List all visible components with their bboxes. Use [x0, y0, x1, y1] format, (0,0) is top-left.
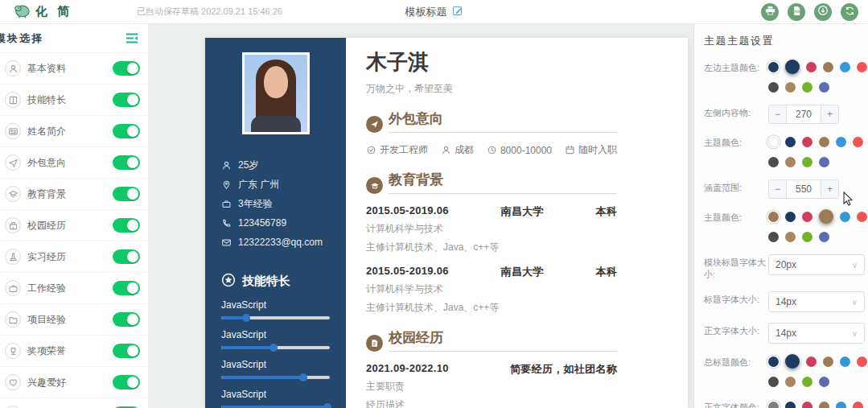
module-item[interactable]: 外包意向: [0, 147, 148, 179]
stepper-increase-button[interactable]: +: [821, 105, 838, 123]
color-swatch[interactable]: [802, 377, 812, 387]
color-swatch[interactable]: [857, 212, 867, 222]
skill-item[interactable]: JavaScript: [221, 389, 330, 408]
module-toggle[interactable]: [113, 93, 140, 107]
color-swatch[interactable]: [819, 209, 833, 224]
module-toggle[interactable]: [113, 187, 140, 201]
slider-knob[interactable]: [269, 344, 278, 352]
color-swatch[interactable]: [836, 137, 846, 147]
module-item[interactable]: 奖项荣誉: [0, 336, 148, 367]
color-swatch[interactable]: [819, 157, 829, 167]
module-toggle[interactable]: [113, 344, 140, 358]
slider-knob[interactable]: [323, 403, 331, 408]
stepper-decrease-button[interactable]: −: [769, 180, 787, 198]
color-swatch[interactable]: [785, 60, 800, 74]
education-entry[interactable]: 2015.05-2019.06南昌大学本科计算机科学与技术主修计算机技术、Jav…: [366, 265, 617, 315]
module-item[interactable]: 姓名简介: [0, 116, 148, 147]
module-toggle[interactable]: [113, 155, 140, 170]
color-swatch[interactable]: [802, 157, 812, 167]
color-swatch[interactable]: [819, 232, 829, 242]
color-swatch[interactable]: [840, 356, 850, 367]
skills-list[interactable]: JavaScriptJavaScriptJavaScriptJavaScript: [205, 299, 346, 408]
education-entry[interactable]: 2015.05-2019.06南昌大学本科计算机科学与技术主修计算机技术、Jav…: [366, 204, 617, 254]
module-item[interactable]: 自我评价: [0, 398, 148, 408]
current-color-swatch[interactable]: [768, 137, 779, 147]
module-item[interactable]: 校园经历: [0, 210, 148, 241]
color-swatch[interactable]: [785, 377, 796, 387]
color-swatch[interactable]: [785, 82, 796, 93]
skill-item[interactable]: JavaScript: [221, 329, 330, 349]
slider-knob[interactable]: [242, 314, 250, 322]
color-swatch[interactable]: [823, 356, 833, 367]
current-color-swatch[interactable]: [768, 402, 779, 408]
stepper-value[interactable]: 270: [787, 105, 821, 123]
resume-name[interactable]: 木子淇: [366, 48, 617, 76]
skill-slider[interactable]: [221, 316, 330, 319]
module-item[interactable]: 工作经验: [0, 273, 148, 304]
color-swatch[interactable]: [785, 402, 796, 408]
section-campus[interactable]: 校园经历 2021.09-2022.10简要经历，如社团名称主要职责经历描述20…: [366, 328, 617, 408]
stepper-decrease-button[interactable]: −: [769, 105, 787, 123]
color-swatch[interactable]: [819, 137, 829, 147]
color-swatch[interactable]: [840, 62, 850, 72]
color-swatch[interactable]: [857, 356, 867, 367]
collapse-sidebar-icon[interactable]: [125, 32, 138, 44]
edit-title-icon[interactable]: [452, 5, 463, 19]
module-item[interactable]: 项目经验: [0, 304, 148, 336]
section-intent[interactable]: 外包意向 开发工程师成都8000-10000随时入职: [366, 109, 617, 157]
color-swatch[interactable]: [853, 137, 863, 147]
color-swatch[interactable]: [806, 62, 817, 72]
color-swatch[interactable]: [836, 402, 846, 408]
stepper-increase-button[interactable]: +: [821, 180, 838, 198]
resume-motto[interactable]: 万物之中，希望至美: [366, 82, 617, 96]
select-dropdown[interactable]: 14px∨: [768, 291, 865, 312]
current-color-swatch[interactable]: [768, 356, 779, 367]
campus-entry[interactable]: 2021.09-2022.10简要经历，如社团名称主要职责经历描述: [366, 362, 617, 408]
slider-knob[interactable]: [299, 373, 307, 381]
color-swatch[interactable]: [823, 62, 833, 72]
module-item[interactable]: 教育背景: [0, 179, 148, 210]
color-swatch[interactable]: [802, 212, 812, 222]
stepper-value[interactable]: 550: [787, 180, 821, 198]
color-swatch[interactable]: [785, 137, 796, 147]
select-dropdown[interactable]: 14px∨: [768, 323, 865, 344]
skill-slider[interactable]: [221, 346, 330, 349]
color-swatch[interactable]: [819, 82, 829, 93]
module-toggle[interactable]: [113, 375, 140, 389]
color-swatch[interactable]: [785, 212, 796, 222]
export-pdf-button[interactable]: PDF: [788, 3, 805, 21]
contact-info[interactable]: 25岁广东 广州3年经验12345678912322233@qq.com: [205, 155, 346, 252]
module-item[interactable]: 兴趣爱好: [0, 367, 148, 398]
color-swatch[interactable]: [840, 212, 850, 222]
section-education[interactable]: 教育背景 2015.05-2019.06南昌大学本科计算机科学与技术主修计算机技…: [366, 171, 617, 315]
module-item[interactable]: 实习经历: [0, 241, 148, 273]
color-swatch[interactable]: [768, 377, 779, 387]
module-toggle[interactable]: [113, 312, 140, 327]
color-swatch[interactable]: [768, 82, 779, 93]
color-swatch[interactable]: [785, 157, 796, 167]
color-swatch[interactable]: [806, 356, 817, 367]
current-color-swatch[interactable]: [768, 62, 779, 72]
current-color-swatch[interactable]: [768, 212, 779, 222]
color-swatch[interactable]: [785, 354, 800, 369]
skill-item[interactable]: JavaScript: [221, 299, 330, 319]
color-swatch[interactable]: [802, 137, 812, 147]
skill-item[interactable]: JavaScript: [221, 359, 330, 379]
skill-slider[interactable]: [221, 376, 330, 379]
color-swatch[interactable]: [785, 232, 796, 242]
color-swatch[interactable]: [802, 402, 812, 408]
module-toggle[interactable]: [113, 281, 140, 295]
color-swatch[interactable]: [802, 82, 812, 93]
reset-button[interactable]: [841, 3, 858, 21]
color-swatch[interactable]: [802, 232, 812, 242]
color-swatch[interactable]: [768, 232, 779, 242]
color-swatch[interactable]: [819, 377, 829, 387]
module-toggle[interactable]: [113, 218, 140, 233]
select-dropdown[interactable]: 20px∨: [768, 254, 865, 275]
color-swatch[interactable]: [768, 157, 779, 167]
color-swatch[interactable]: [857, 62, 867, 72]
color-swatch[interactable]: [853, 402, 863, 408]
brand[interactable]: 化 简: [13, 2, 72, 22]
module-item[interactable]: 基本资料: [0, 53, 148, 84]
color-swatch[interactable]: [819, 402, 829, 408]
